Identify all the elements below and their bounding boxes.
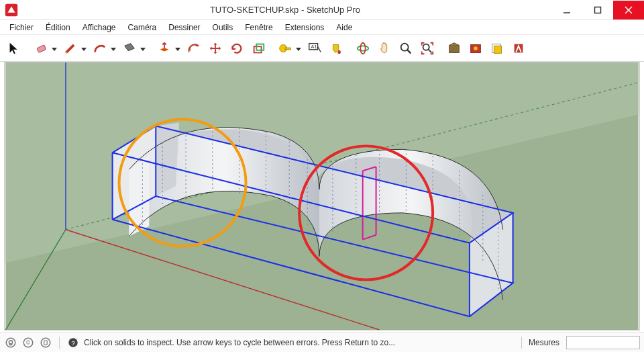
toolbar: A1 (0, 35, 644, 62)
tool-text[interactable]: A1 (305, 38, 325, 58)
menu-bar: Fichier Édition Affichage Caméra Dessine… (0, 20, 644, 35)
status-bar: © ? Click on solids to inspect. Use arro… (0, 332, 644, 352)
tool-tape-measure[interactable] (275, 38, 295, 58)
measurements-label: Mesures (529, 338, 559, 347)
menu-extensions[interactable]: Extensions (280, 21, 330, 34)
app-icon (4, 3, 19, 17)
tool-orbit[interactable] (353, 38, 373, 58)
window-controls (551, 1, 644, 19)
tool-rotate[interactable] (227, 38, 247, 58)
close-button[interactable] (613, 1, 644, 19)
status-login-icon[interactable] (39, 336, 52, 349)
menu-dessiner[interactable]: Dessiner (163, 21, 205, 34)
tool-zoom[interactable] (396, 38, 416, 58)
svg-rect-2 (595, 7, 601, 13)
svg-point-14 (358, 46, 369, 50)
tool-offset[interactable] (184, 38, 204, 58)
svg-text:©: © (26, 340, 30, 346)
tool-pencil[interactable] (60, 38, 80, 58)
menu-fenetre[interactable]: Fenêtre (239, 21, 278, 34)
viewport-3d[interactable] (4, 62, 640, 331)
tool-style-builder[interactable] (508, 38, 529, 58)
status-help-icon[interactable]: ? (66, 336, 80, 349)
svg-point-72 (9, 340, 12, 343)
tool-zoom-extents[interactable] (417, 38, 437, 58)
menu-edition[interactable]: Édition (40, 21, 76, 34)
tool-pan[interactable] (374, 38, 394, 58)
svg-rect-9 (285, 48, 290, 50)
status-geo-icon[interactable] (4, 336, 17, 349)
tool-eraser[interactable] (31, 38, 51, 58)
svg-point-71 (6, 338, 15, 347)
menu-affichage[interactable]: Affichage (77, 21, 121, 34)
tool-move[interactable] (205, 38, 225, 58)
status-hint: Click on solids to inspect. Use arrow ke… (84, 338, 395, 347)
menu-camera[interactable]: Caméra (123, 21, 162, 34)
svg-point-75 (41, 338, 50, 347)
menu-aide[interactable]: Aide (331, 21, 358, 34)
svg-line-12 (318, 46, 321, 52)
svg-line-17 (407, 49, 411, 53)
minimize-button[interactable] (551, 1, 582, 19)
title-bar: TUTO-SKETCHUP.skp - SketchUp Pro (0, 0, 644, 20)
tool-select[interactable] (4, 38, 24, 58)
status-credits-icon[interactable]: © (21, 336, 35, 349)
tool-3d-warehouse[interactable] (444, 38, 464, 58)
svg-rect-6 (254, 46, 262, 52)
svg-point-15 (360, 42, 365, 54)
window-title: TUTO-SKETCHUP.skp - SketchUp Pro (19, 5, 551, 15)
measurements-input[interactable] (566, 336, 640, 349)
tool-scale[interactable] (248, 38, 268, 58)
menu-fichier[interactable]: Fichier (4, 21, 39, 34)
svg-line-19 (428, 48, 432, 52)
tool-rectangle[interactable] (119, 38, 140, 58)
tool-arc[interactable] (90, 38, 110, 58)
menu-outils[interactable]: Outils (207, 21, 239, 34)
svg-rect-7 (256, 44, 264, 50)
svg-rect-24 (494, 46, 501, 53)
tool-push-pull[interactable] (154, 38, 174, 58)
tool-extension-warehouse[interactable] (466, 38, 486, 58)
tool-paint[interactable] (326, 38, 346, 58)
maximize-button[interactable] (582, 1, 613, 19)
svg-rect-20 (449, 45, 460, 52)
svg-point-13 (337, 50, 341, 54)
svg-rect-76 (44, 341, 48, 345)
svg-point-22 (474, 46, 478, 50)
svg-text:A1: A1 (311, 44, 317, 50)
svg-rect-5 (37, 44, 46, 52)
tool-send-layout[interactable] (487, 38, 507, 58)
svg-text:?: ? (71, 339, 75, 346)
